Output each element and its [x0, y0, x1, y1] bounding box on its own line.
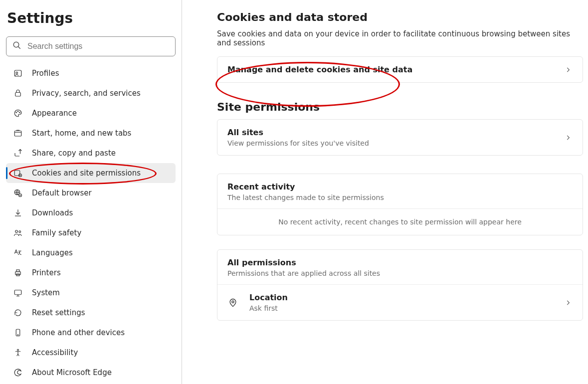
- svg-rect-18: [14, 290, 21, 295]
- cookies-section-title: Cookies and data stored: [217, 11, 583, 23]
- svg-point-20: [17, 335, 18, 336]
- sidebar-nav: Profiles Privacy, search, and services A…: [6, 63, 176, 383]
- sidebar-item-label: About Microsoft Edge: [32, 368, 112, 377]
- accessibility-icon: [13, 348, 23, 358]
- sidebar-item-label: Privacy, search, and services: [32, 89, 141, 98]
- sidebar-item-share[interactable]: Share, copy and paste: [6, 143, 176, 163]
- sidebar-item-label: Profiles: [32, 69, 59, 78]
- sidebar-item-label: Downloads: [32, 208, 73, 217]
- sidebar-item-printers[interactable]: Printers: [6, 263, 176, 283]
- recent-activity-sub: The latest changes made to site permissi…: [227, 193, 573, 201]
- download-icon: [13, 208, 23, 218]
- svg-rect-16: [16, 270, 19, 272]
- sidebar-item-downloads[interactable]: Downloads: [6, 203, 176, 223]
- browser-check-icon: [13, 188, 23, 198]
- all-permissions-sub: Permissions that are applied across all …: [227, 269, 573, 277]
- svg-rect-8: [14, 131, 21, 137]
- permission-location-row[interactable]: Location Ask first: [217, 284, 583, 320]
- all-sites-sub: View permissions for sites you've visite…: [227, 139, 564, 147]
- language-icon: [13, 248, 23, 258]
- search-input[interactable]: [27, 42, 169, 51]
- sidebar-item-label: Accessibility: [32, 348, 78, 357]
- edge-icon: [13, 368, 23, 378]
- sidebar-item-reset[interactable]: Reset settings: [6, 303, 176, 323]
- manage-cookies-label: Manage and delete cookies and site data: [227, 65, 564, 74]
- profile-icon: [13, 68, 23, 78]
- sidebar-item-label: Languages: [32, 248, 73, 257]
- sidebar-item-label: Default browser: [32, 189, 92, 197]
- svg-line-1: [18, 46, 20, 49]
- svg-point-7: [19, 112, 20, 113]
- tabs-icon: [13, 128, 23, 138]
- manage-cookies-row[interactable]: Manage and delete cookies and site data: [217, 57, 583, 82]
- sidebar-item-label: Reset settings: [32, 308, 85, 317]
- sidebar-item-label: Start, home, and new tabs: [32, 129, 131, 138]
- phone-icon: [13, 328, 23, 338]
- svg-point-21: [17, 349, 19, 351]
- settings-sidebar: Settings Profiles Privacy, search, and: [0, 0, 182, 384]
- sidebar-item-label: Cookies and site permissions: [32, 169, 141, 178]
- recent-activity-card: Recent activity The latest changes made …: [217, 174, 583, 235]
- sidebar-item-languages[interactable]: Languages: [6, 243, 176, 263]
- reset-icon: [13, 308, 23, 318]
- svg-rect-4: [15, 93, 21, 97]
- search-settings-box[interactable]: [6, 36, 176, 56]
- sidebar-item-label: Printers: [32, 268, 61, 277]
- sidebar-item-system[interactable]: System: [6, 283, 176, 303]
- cookies-section-subtitle: Save cookies and data on your device in …: [217, 29, 576, 47]
- site-permissions-title: Site permissions: [217, 101, 583, 113]
- sidebar-item-label: Share, copy and paste: [32, 149, 116, 158]
- sidebar-item-default-browser[interactable]: Default browser: [6, 183, 176, 203]
- lock-icon: [13, 88, 23, 98]
- family-icon: [13, 228, 23, 238]
- page-title: Settings: [7, 10, 176, 26]
- sidebar-item-privacy[interactable]: Privacy, search, and services: [6, 83, 176, 103]
- sidebar-item-start[interactable]: Start, home, and new tabs: [6, 123, 176, 143]
- svg-point-0: [13, 42, 19, 47]
- main-content: Cookies and data stored Save cookies and…: [182, 0, 588, 384]
- sidebar-item-cookies[interactable]: Cookies and site permissions: [6, 163, 176, 183]
- sidebar-item-label: Appearance: [32, 109, 77, 118]
- sidebar-item-label: Family safety: [32, 228, 81, 237]
- sidebar-item-accessibility[interactable]: Accessibility: [6, 343, 176, 363]
- share-icon: [13, 148, 23, 158]
- sidebar-item-label: System: [32, 288, 60, 297]
- sidebar-item-label: Phone and other devices: [32, 328, 125, 337]
- svg-point-13: [15, 230, 18, 233]
- cookie-icon: [13, 168, 23, 178]
- sidebar-item-profiles[interactable]: Profiles: [6, 63, 176, 83]
- sidebar-item-phone[interactable]: Phone and other devices: [6, 323, 176, 343]
- all-sites-row[interactable]: All sites View permissions for sites you…: [217, 120, 583, 155]
- svg-point-5: [16, 112, 17, 113]
- svg-point-3: [16, 72, 18, 74]
- svg-point-6: [17, 111, 18, 112]
- location-icon: [227, 297, 238, 308]
- manage-cookies-card: Manage and delete cookies and site data: [217, 56, 583, 83]
- chevron-right-icon: [564, 133, 573, 142]
- permission-location-label: Location: [249, 293, 564, 302]
- chevron-right-icon: [564, 65, 573, 74]
- sidebar-item-about[interactable]: About Microsoft Edge: [6, 363, 176, 383]
- all-sites-label: All sites: [227, 128, 564, 137]
- chevron-right-icon: [564, 298, 573, 307]
- all-sites-card: All sites View permissions for sites you…: [217, 119, 583, 156]
- sidebar-item-appearance[interactable]: Appearance: [6, 103, 176, 123]
- palette-icon: [13, 108, 23, 118]
- sidebar-item-family[interactable]: Family safety: [6, 223, 176, 243]
- recent-activity-empty: No recent activity, recent changes to si…: [217, 208, 583, 235]
- svg-point-14: [19, 231, 21, 233]
- svg-point-22: [232, 301, 234, 303]
- all-permissions-title: All permissions: [227, 258, 573, 267]
- permission-location-status: Ask first: [249, 304, 564, 312]
- search-icon: [12, 41, 21, 52]
- recent-activity-title: Recent activity: [227, 182, 573, 192]
- system-icon: [13, 288, 23, 298]
- all-permissions-card: All permissions Permissions that are app…: [217, 249, 583, 321]
- printer-icon: [13, 268, 23, 278]
